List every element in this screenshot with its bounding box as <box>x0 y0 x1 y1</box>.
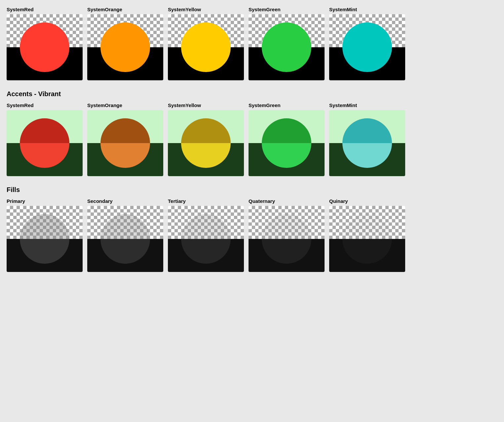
color-item-vibrant-yellow: SystemYellow <box>168 102 244 176</box>
color-label-system-green: SystemGreen <box>249 7 325 12</box>
color-label-fill-quinary: Quinary <box>329 198 405 204</box>
color-item-system-orange: SystemOrange <box>87 7 163 80</box>
swatch-fill-secondary <box>87 206 163 272</box>
color-item-vibrant-green: SystemGreen <box>249 102 325 176</box>
swatch-fill-quaternary <box>249 206 325 272</box>
swatch-system-green <box>249 14 325 80</box>
color-label-system-mint: SystemMint <box>329 7 405 12</box>
swatch-vibrant-orange <box>87 110 163 176</box>
color-item-system-mint: SystemMint <box>329 7 405 80</box>
swatch-system-red <box>7 14 83 80</box>
color-label-system-yellow: SystemYellow <box>168 7 244 12</box>
circle-vibrant-green <box>262 118 311 168</box>
color-label-fill-secondary: Secondary <box>87 198 163 204</box>
circle-vibrant-orange <box>100 118 150 168</box>
color-item-vibrant-orange: SystemOrange <box>87 102 163 176</box>
circle-system-green <box>262 22 311 72</box>
swatch-system-orange <box>87 14 163 80</box>
swatch-fill-tertiary <box>168 206 244 272</box>
circle-fill-secondary <box>100 214 150 264</box>
color-label-vibrant-green: SystemGreen <box>249 102 325 108</box>
circle-fill-quaternary <box>262 214 311 264</box>
fills-color-row: PrimarySecondaryTertiaryQuaternaryQuinar… <box>7 198 497 272</box>
swatch-vibrant-red <box>7 110 83 176</box>
color-item-fill-primary: Primary <box>7 198 83 272</box>
circle-system-mint <box>342 22 392 72</box>
circle-system-orange <box>100 22 150 72</box>
color-item-system-green: SystemGreen <box>249 7 325 80</box>
circle-fill-primary <box>20 214 69 264</box>
swatch-system-mint <box>329 14 405 80</box>
fills-section-title: Fills <box>7 186 497 194</box>
circle-fill-quinary <box>342 214 392 264</box>
color-item-system-red: SystemRed <box>7 7 83 80</box>
color-item-fill-quaternary: Quaternary <box>249 198 325 272</box>
vibrant-color-row: SystemRedSystemOrangeSystemYellowSystemG… <box>7 102 497 176</box>
swatch-fill-quinary <box>329 206 405 272</box>
swatch-vibrant-green <box>249 110 325 176</box>
color-item-vibrant-red: SystemRed <box>7 102 83 176</box>
circle-vibrant-red <box>20 118 69 168</box>
circle-vibrant-yellow <box>181 118 231 168</box>
swatch-vibrant-yellow <box>168 110 244 176</box>
color-label-fill-tertiary: Tertiary <box>168 198 244 204</box>
swatch-vibrant-mint <box>329 110 405 176</box>
color-item-fill-secondary: Secondary <box>87 198 163 272</box>
standard-color-row: SystemRedSystemOrangeSystemYellowSystemG… <box>7 7 497 80</box>
swatch-system-yellow <box>168 14 244 80</box>
circle-system-red <box>20 22 69 72</box>
color-label-fill-quaternary: Quaternary <box>249 198 325 204</box>
color-item-vibrant-mint: SystemMint <box>329 102 405 176</box>
color-label-vibrant-orange: SystemOrange <box>87 102 163 108</box>
circle-vibrant-mint <box>342 118 392 168</box>
color-item-fill-tertiary: Tertiary <box>168 198 244 272</box>
color-label-vibrant-mint: SystemMint <box>329 102 405 108</box>
swatch-fill-primary <box>7 206 83 272</box>
vibrant-section-title: Accents - Vibrant <box>7 90 497 98</box>
circle-fill-tertiary <box>181 214 231 264</box>
color-label-vibrant-red: SystemRed <box>7 102 83 108</box>
color-item-fill-quinary: Quinary <box>329 198 405 272</box>
color-label-vibrant-yellow: SystemYellow <box>168 102 244 108</box>
color-label-system-red: SystemRed <box>7 7 83 12</box>
circle-system-yellow <box>181 22 231 72</box>
color-item-system-yellow: SystemYellow <box>168 7 244 80</box>
color-label-fill-primary: Primary <box>7 198 83 204</box>
color-label-system-orange: SystemOrange <box>87 7 163 12</box>
